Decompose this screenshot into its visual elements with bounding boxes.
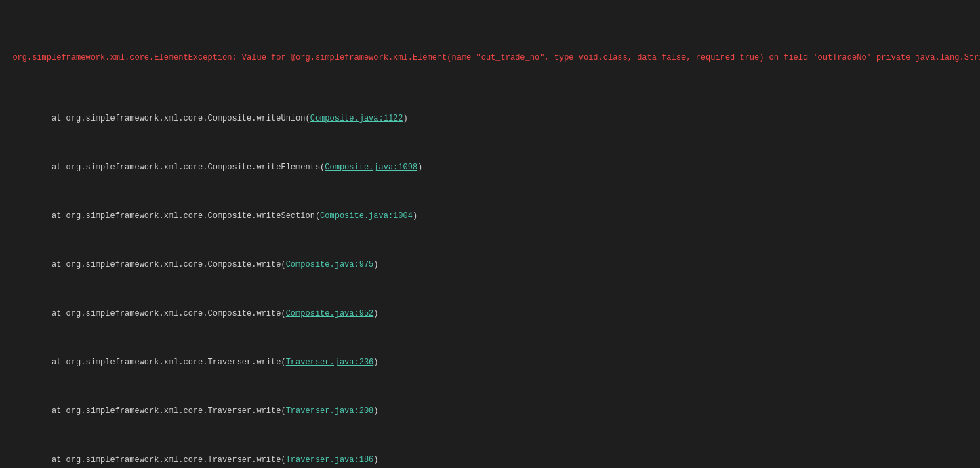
stack-line-3: at org.simpleframework.xml.core.Composit…	[0, 210, 980, 222]
expand-placeholder	[3, 259, 12, 271]
expand-placeholder	[3, 51, 12, 64]
stack-text: at org.simpleframework.xml.core.Composit…	[12, 307, 977, 320]
stack-line-4: at org.simpleframework.xml.core.Composit…	[0, 259, 980, 271]
exception-line: org.simpleframework.xml.core.ElementExce…	[0, 51, 980, 64]
console-output: org.simpleframework.xml.core.ElementExce…	[0, 0, 980, 468]
expand-placeholder	[3, 454, 12, 466]
stack-line-1: at org.simpleframework.xml.core.Composit…	[0, 112, 980, 125]
stack-text: at org.simpleframework.xml.core.Composit…	[12, 161, 977, 173]
stack-text: at org.simpleframework.xml.core.Composit…	[12, 259, 977, 271]
stack-link[interactable]: Composite.java:1004	[320, 211, 413, 221]
expand-placeholder	[3, 112, 12, 125]
expand-placeholder	[3, 405, 12, 417]
stack-link[interactable]: Traverser.java:236	[286, 358, 374, 367]
stack-line-6: at org.simpleframework.xml.core.Traverse…	[0, 356, 980, 368]
stack-text: at org.simpleframework.xml.core.Composit…	[12, 210, 977, 222]
stack-line-8: at org.simpleframework.xml.core.Traverse…	[0, 454, 980, 466]
stack-text: at org.simpleframework.xml.core.Traverse…	[12, 356, 977, 368]
stack-link[interactable]: Composite.java:952	[286, 309, 374, 318]
stack-link[interactable]: Traverser.java:208	[286, 406, 374, 416]
stack-text: at org.simpleframework.xml.core.Composit…	[12, 112, 977, 125]
stack-text: at org.simpleframework.xml.core.Traverse…	[12, 454, 977, 466]
expand-placeholder	[3, 307, 12, 320]
exception-text: org.simpleframework.xml.core.ElementExce…	[12, 51, 980, 64]
stack-text: at org.simpleframework.xml.core.Traverse…	[12, 405, 977, 417]
expand-placeholder	[3, 210, 12, 222]
stack-line-7: at org.simpleframework.xml.core.Traverse…	[0, 405, 980, 417]
expand-placeholder	[3, 356, 12, 368]
stack-link[interactable]: Composite.java:1098	[325, 163, 417, 172]
expand-placeholder	[3, 161, 12, 173]
stack-line-5: at org.simpleframework.xml.core.Composit…	[0, 307, 980, 320]
stack-link[interactable]: Composite.java:1122	[310, 114, 403, 123]
stack-link[interactable]: Composite.java:975	[286, 260, 374, 270]
stack-link[interactable]: Traverser.java:186	[286, 455, 374, 465]
stack-line-2: at org.simpleframework.xml.core.Composit…	[0, 161, 980, 173]
